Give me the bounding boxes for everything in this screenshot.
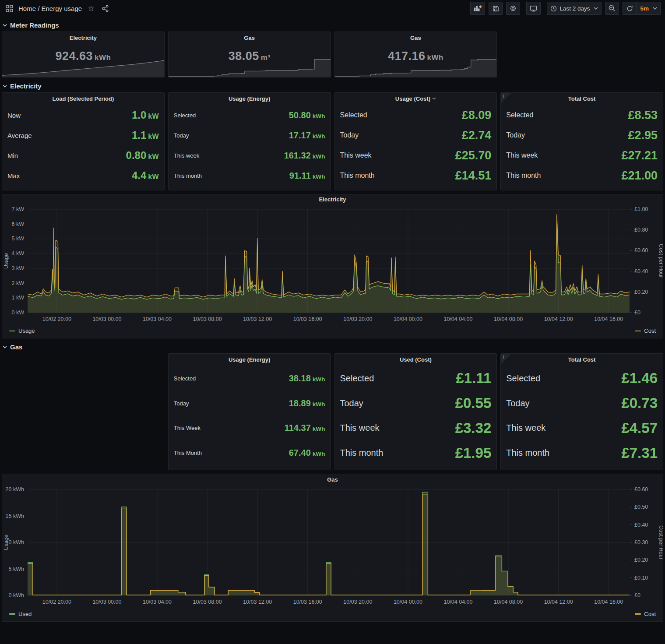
add-panel-button[interactable] [470,2,485,15]
electricity-usage-cost-chart[interactable]: 0 kW1 kW2 kW3 kW4 kW5 kW6 kW7 kW10/02 20… [2,205,663,327]
stat-label: Min [7,152,18,159]
breadcrumb[interactable]: Home / Energy usage [18,5,82,12]
section-header-electricity[interactable]: Electricity [3,80,662,91]
electricity-stats-row: Load (Selected Period) Now1.0kWAverage1.… [2,92,663,190]
star-icon[interactable]: ☆ [86,4,96,13]
tv-mode-button[interactable] [526,2,541,15]
stat-label: Selected [340,373,374,384]
panel-info-corner-icon[interactable]: i [501,354,511,364]
stat-row: This month£1.95 [340,440,492,465]
panel-usage-cost: Usage (Cost) Selected£8.09Today£2.74This… [334,92,497,190]
panel-title[interactable]: Load (Selected Period) [2,93,164,104]
svg-text:10/03 16:00: 10/03 16:00 [293,316,322,322]
svg-text:£0: £0 [634,592,640,598]
svg-text:10/04 08:00: 10/04 08:00 [494,599,523,605]
stat-label: Average [7,132,32,139]
svg-text:7 kW: 7 kW [12,206,25,212]
empty-grid-cell [2,353,165,470]
legend-item-cost[interactable]: Cost [635,327,656,334]
svg-text:10/02 20:00: 10/02 20:00 [42,599,71,605]
svg-text:10/03 00:00: 10/03 00:00 [92,599,121,605]
electricity-chart-panel: Electricity 0 kW1 kW2 kW3 kW4 kW5 kW6 kW… [2,194,663,338]
svg-text:£0.60: £0.60 [634,247,648,253]
panel-title[interactable]: Usage (Energy) [169,354,331,365]
gas-stats-row: Usage (Energy) Selected38.18kWhToday18.8… [2,353,663,470]
svg-text:£0.10: £0.10 [634,575,648,581]
panel-title[interactable]: Usage (Energy) [169,93,331,104]
svg-text:10/04 00:00: 10/04 00:00 [394,599,422,605]
svg-text:Cost per Hour: Cost per Hour [658,244,663,278]
stat-row: Today£0.73 [506,391,658,416]
stat-label: Today [340,131,359,139]
stat-value: 50.80kWh [289,110,325,120]
cost-series-dash [635,331,641,332]
time-range-label: Last 2 days [559,5,590,12]
stat-label: This week [340,151,372,159]
stat-value: 91.11kWh [289,171,325,181]
legend-item-cost[interactable]: Cost [635,611,656,617]
svg-text:10/04 04:00: 10/04 04:00 [443,316,472,322]
stat-value: 67.40kWh [289,448,325,458]
panel-title[interactable]: Usage (Cost) [335,93,497,104]
legend-item-usage[interactable]: Usage [9,327,35,334]
panel-title[interactable]: Total Cost [501,354,663,365]
stat-value: 0.80kW [126,149,159,162]
panel-title[interactable]: Electricity [2,32,164,43]
gas-chart-panel: Gas 0 kWh5 kWh10 kWh15 kWh20 kWh10/02 20… [2,474,663,622]
stat-row: Today18.89kWh [174,391,325,416]
section-header-meter-readings[interactable]: Meter Readings [3,19,662,31]
used-series-dash [9,613,15,615]
dashboard-settings-button[interactable] [506,2,520,15]
meter-value: 417.16kWh [335,49,497,63]
share-icon[interactable] [100,4,110,13]
stat-value: 38.18kWh [289,373,325,384]
stat-row: Selected£1.46 [506,366,658,391]
section-header-gas[interactable]: Gas [3,341,662,352]
stat-row: Today£2.74 [340,125,492,145]
stat-value: £25.70 [455,149,492,162]
stat-value: £0.55 [455,395,492,412]
panel-gas-usage-energy: Usage (Energy) Selected38.18kWhToday18.8… [168,353,331,470]
stat-value: 17.17kWh [289,130,325,141]
svg-text:Usage: Usage [3,253,9,269]
panel-usage-energy: Usage (Energy) Selected50.80kWhToday17.1… [168,92,331,190]
refresh-button[interactable] [623,2,637,15]
stat-label: This month [340,448,384,458]
panel-title[interactable]: Gas [2,474,663,485]
stat-label: This month [506,172,541,179]
stat-row: This week£3.32 [340,416,492,441]
apps-grid-icon[interactable] [4,4,14,13]
stat-value: £8.53 [628,109,658,122]
panel-title[interactable]: Electricity [2,194,663,205]
panel-title[interactable]: Gas [169,32,331,43]
stat-label: Today [340,398,363,408]
panel-gas-used-cost: Used (Cost) Selected£1.11Today£0.55This … [334,353,497,470]
svg-text:10/03 08:00: 10/03 08:00 [193,316,222,322]
save-dashboard-button[interactable] [489,2,503,15]
stat-row: This week£27.21 [506,145,658,165]
panel-title[interactable]: Gas [335,32,497,43]
svg-text:£0.40: £0.40 [634,522,648,528]
meter-panel-electricity: Electricity 924.63kWh [2,32,165,77]
chevron-down-icon [3,24,7,27]
refresh-interval-picker[interactable]: 5m [637,2,661,15]
stat-value: 1.1kW [132,129,159,141]
legend-item-used[interactable]: Used [9,611,32,617]
chevron-down-icon [3,345,7,348]
panel-info-corner-icon[interactable]: i [501,93,511,103]
stat-label: This month [174,172,202,179]
panel-title[interactable]: Used (Cost) [335,354,497,365]
stat-value: £21.00 [621,169,658,183]
panel-total-cost: i Total Cost Selected£8.53Today£2.95This… [500,92,663,190]
empty-grid-cell [500,32,663,77]
zoom-out-time-button[interactable] [605,2,619,15]
panel-title[interactable]: Total Cost [501,93,663,104]
stat-row: Selected50.80kWh [174,105,325,125]
time-range-picker[interactable]: Last 2 days [547,2,602,15]
gas-used-cost-chart[interactable]: 0 kWh5 kWh10 kWh15 kWh20 kWh10/02 20:001… [2,485,663,609]
stat-value: £1.46 [621,370,658,387]
section-title: Gas [10,343,22,351]
stat-label: Today [174,400,189,407]
stat-row: This week£25.70 [340,145,492,165]
stat-row: Selected£8.53 [506,105,658,125]
